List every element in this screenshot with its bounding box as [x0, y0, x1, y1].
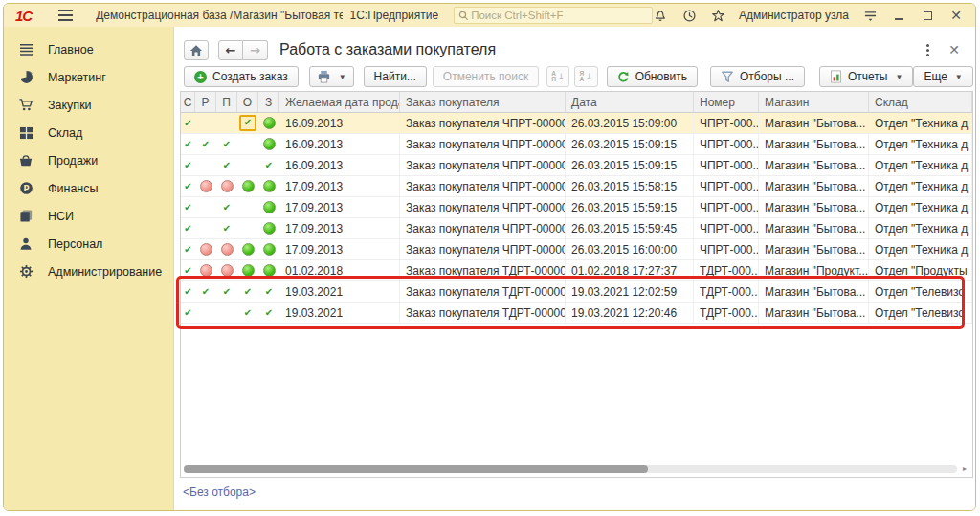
- cancel-search-button[interactable]: Отменить поиск: [433, 66, 539, 87]
- cell-store[interactable]: Магазин "Бытова...: [759, 239, 869, 259]
- current-user[interactable]: Администратор узла: [739, 9, 849, 22]
- cell-number[interactable]: ТДРТ-000...: [694, 303, 759, 323]
- cell-store[interactable]: Магазин "Бытова...: [759, 113, 869, 133]
- cell-date[interactable]: 19.03.2021 12:20:46: [566, 303, 694, 323]
- cell-number[interactable]: ЧПРТ-000...: [694, 197, 759, 217]
- cell-date[interactable]: 19.03.2021 12:02:59: [566, 281, 694, 302]
- cell-order[interactable]: Заказ покупателя ЧПРТ-00000...: [400, 155, 566, 175]
- cell-store[interactable]: Магазин "Бытова...: [759, 155, 869, 175]
- cell-warehouse[interactable]: Отдел "Техника д: [869, 176, 972, 196]
- column-header[interactable]: С: [181, 92, 195, 112]
- cell-warehouse[interactable]: Отдел "Техника д: [869, 218, 972, 238]
- table-row[interactable]: ✔✔✔16.09.2013Заказ покупателя ЧПРТ-00000…: [181, 155, 972, 176]
- back-button[interactable]: ←: [218, 40, 243, 60]
- cell-date[interactable]: 26.03.2015 15:59:45: [566, 218, 694, 238]
- table-row[interactable]: ✔17.09.2013Заказ покупателя ЧПРТ-00000..…: [181, 239, 972, 260]
- cell-order[interactable]: Заказ покупателя ЧПРТ-00000...: [400, 113, 566, 133]
- column-header[interactable]: З: [258, 92, 279, 112]
- filter-status-link[interactable]: <Без отбора>: [183, 485, 256, 499]
- table-row[interactable]: ✔✔16.09.2013Заказ покупателя ЧПРТ-00000.…: [181, 113, 972, 134]
- cell-number[interactable]: ТДРТ-000...: [694, 281, 759, 302]
- cell-warehouse[interactable]: Отдел "Телевизо: [869, 281, 972, 302]
- cell-number[interactable]: ЧПРТ-000...: [694, 134, 759, 154]
- print-button[interactable]: ▼: [309, 66, 354, 87]
- column-header[interactable]: Склад: [869, 92, 972, 112]
- more-options-dots-icon[interactable]: [926, 44, 929, 47]
- cell-store[interactable]: Магазин "Бытова...: [759, 176, 869, 196]
- table-header-row[interactable]: СРПОЗЖелаемая дата продажиЗаказ покупате…: [181, 92, 972, 113]
- cell-number[interactable]: ЧПРТ-000...: [694, 176, 759, 196]
- table-row[interactable]: ✔17.09.2013Заказ покупателя ЧПРТ-00000..…: [181, 176, 972, 197]
- cell-wish_date[interactable]: 01.02.2018: [279, 260, 400, 280]
- table-row[interactable]: ✔✔17.09.2013Заказ покупателя ЧПРТ-00000.…: [181, 218, 972, 239]
- column-header[interactable]: О: [237, 92, 258, 112]
- cell-store[interactable]: Магазин "Бытова...: [759, 303, 869, 323]
- table-row[interactable]: ✔01.02.2018Заказ покупателя ТДРТ-000001.…: [181, 260, 972, 281]
- cell-wish_date[interactable]: 16.09.2013: [279, 113, 400, 133]
- cell-wish_date[interactable]: 17.09.2013: [279, 218, 400, 238]
- cell-date[interactable]: 26.03.2015 15:59:15: [566, 197, 694, 217]
- cell-date[interactable]: 26.03.2015 15:09:00: [566, 113, 694, 133]
- sidebar-item-marketing[interactable]: Маркетинг: [4, 63, 173, 91]
- cell-warehouse[interactable]: Отдел "Продукты: [869, 260, 972, 280]
- search-input[interactable]: [469, 9, 648, 22]
- notifications-bell-icon[interactable]: [653, 8, 668, 23]
- cell-number[interactable]: ЧПРТ-000...: [694, 113, 759, 133]
- maximize-button[interactable]: [920, 8, 935, 23]
- cell-warehouse[interactable]: Отдел "Техника д: [869, 134, 972, 154]
- sidebar-item-sklad[interactable]: Склад: [4, 119, 173, 146]
- forward-button[interactable]: →: [243, 40, 268, 60]
- cell-wish_date[interactable]: 17.09.2013: [279, 197, 400, 217]
- column-header[interactable]: Дата: [566, 92, 694, 112]
- home-button[interactable]: [184, 40, 209, 60]
- cell-number[interactable]: ТДРТ-000...: [694, 260, 759, 280]
- sidebar-item-finansy[interactable]: Р Финансы: [4, 174, 173, 202]
- column-header[interactable]: Р: [195, 92, 216, 112]
- cell-order[interactable]: Заказ покупателя ЧПРТ-00000...: [400, 239, 566, 259]
- cell-warehouse[interactable]: Отдел "Телевизо: [869, 303, 972, 323]
- cell-warehouse[interactable]: Отдел "Техника д: [869, 113, 972, 133]
- sort-ascending-button[interactable]: АЯ↓: [546, 66, 569, 87]
- cell-date[interactable]: 26.03.2015 15:09:15: [566, 134, 694, 154]
- column-header[interactable]: Магазин: [759, 92, 869, 112]
- cell-order[interactable]: Заказ покупателя ТДРТ-000001...: [400, 260, 566, 280]
- cell-wish_date[interactable]: 17.09.2013: [279, 239, 400, 259]
- cell-number[interactable]: ЧПРТ-000...: [694, 218, 759, 238]
- find-button[interactable]: Найти...: [364, 66, 427, 87]
- cell-order[interactable]: Заказ покупателя ЧПРТ-00000...: [400, 197, 566, 217]
- cell-warehouse[interactable]: Отдел "Техника д: [869, 239, 972, 259]
- table-row[interactable]: ✔✔✔✔✔19.03.2021Заказ покупателя ТДРТ-000…: [181, 281, 972, 303]
- cell-order[interactable]: Заказ покупателя ЧПРТ-00000...: [400, 218, 566, 238]
- cell-order[interactable]: Заказ покупателя ЧПРТ-00000...: [400, 134, 566, 154]
- more-button[interactable]: Еще ▼: [913, 66, 972, 87]
- table-row[interactable]: ✔✔17.09.2013Заказ покупателя ЧПРТ-00000.…: [181, 197, 972, 218]
- cell-wish_date[interactable]: 19.03.2021: [279, 281, 400, 302]
- horizontal-scrollbar[interactable]: [184, 465, 957, 473]
- column-header[interactable]: П: [216, 92, 237, 112]
- cell-order[interactable]: Заказ покупателя ТДРТ-000002...: [400, 303, 566, 323]
- cell-wish_date[interactable]: 19.03.2021: [279, 303, 400, 323]
- sidebar-item-nsi[interactable]: НСИ: [4, 202, 173, 230]
- cell-date[interactable]: 01.02.2018 17:27:37: [566, 260, 694, 280]
- sidebar-item-prodazhi[interactable]: Продажи: [4, 146, 173, 174]
- filters-button[interactable]: Отборы ...: [710, 66, 805, 87]
- cell-order[interactable]: Заказ покупателя ТДРТ-000001...: [400, 281, 566, 302]
- cell-store[interactable]: Магазин "Бытова...: [759, 197, 869, 217]
- reports-button[interactable]: Отчеты ▼: [819, 66, 913, 87]
- cell-wish_date[interactable]: 16.09.2013: [279, 155, 400, 175]
- cell-store[interactable]: Магазин "Бытова...: [759, 134, 869, 154]
- cell-order[interactable]: Заказ покупателя ЧПРТ-00000...: [400, 176, 566, 196]
- minimize-button[interactable]: [891, 8, 906, 23]
- cell-wish_date[interactable]: 16.09.2013: [279, 134, 400, 154]
- cell-date[interactable]: 26.03.2015 15:09:15: [566, 155, 694, 175]
- table-row[interactable]: ✔✔✔19.03.2021Заказ покупателя ТДРТ-00000…: [181, 303, 972, 324]
- create-order-button[interactable]: + Создать заказ: [184, 66, 299, 87]
- cell-store[interactable]: Магазин "Бытова...: [759, 281, 869, 302]
- cell-wish_date[interactable]: 17.09.2013: [279, 176, 400, 196]
- sidebar-item-zakupki[interactable]: Закупки: [4, 91, 173, 119]
- service-menu-icon[interactable]: [862, 8, 878, 23]
- cell-number[interactable]: ЧПРТ-000...: [694, 155, 759, 175]
- table-row[interactable]: ✔✔✔16.09.2013Заказ покупателя ЧПРТ-00000…: [181, 134, 972, 155]
- scroll-right-arrow-icon[interactable]: ▸: [963, 465, 967, 473]
- cell-date[interactable]: 26.03.2015 16:00:00: [566, 239, 694, 259]
